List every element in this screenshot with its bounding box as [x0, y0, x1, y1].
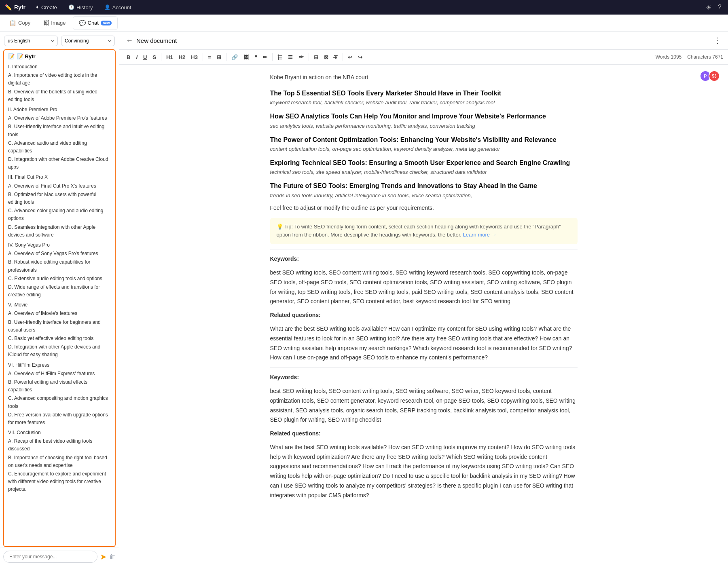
redo-button[interactable]: ↪ — [356, 53, 365, 62]
outline-item: B. Powerful editing and visual effects c… — [8, 378, 111, 394]
nav-logo[interactable]: ✏️ Rytr — [5, 4, 25, 11]
toolbar-divider-6 — [343, 53, 343, 61]
outline-item: B. Overview of the benefits of using vid… — [8, 88, 111, 104]
send-icon: ➤ — [100, 552, 107, 562]
outline-item: D. Integration with other Apple devices … — [8, 343, 111, 359]
editor-content: P 53 Kobe Bryant in action on the NBA co… — [270, 73, 578, 501]
related-text-1: What are the best SEO writing tools avai… — [270, 324, 578, 363]
outline-item: I. Introduction — [8, 63, 111, 71]
main-layout: us English Convincing Formal Casual Enth… — [0, 32, 728, 566]
tab-image[interactable]: 🖼 Image — [37, 16, 72, 30]
tab-copy[interactable]: 📋 Copy — [3, 16, 36, 30]
link-button[interactable]: 🔗 — [229, 53, 240, 62]
theme-toggle-button[interactable]: ☀ — [704, 2, 713, 13]
copy-tab-icon: 📋 — [9, 20, 16, 26]
chat-input[interactable] — [3, 551, 97, 563]
italic-button[interactable]: I — [133, 53, 140, 62]
tab-bar: 📋 Copy 🖼 Image 💬 Chat new — [0, 15, 728, 32]
outline-item: A. Importance of video editing tools in … — [8, 71, 111, 87]
keywords-label-1: Keywords: — [270, 254, 578, 264]
outline-item: B. Optimized for Mac users with powerful… — [8, 190, 111, 207]
outline-item: D. Wide range of effects and transitions… — [8, 283, 111, 299]
section-heading-3: The Power of Content Optimization Tools:… — [270, 135, 578, 144]
outline-item: D. Integration with other Adobe Creative… — [8, 155, 111, 171]
outline-item: B. Robust video editing capabilities for… — [8, 258, 111, 274]
toolbar-divider-5 — [309, 53, 309, 61]
send-button[interactable]: ➤ — [100, 552, 107, 562]
tip-text: 💡 Tip: To write SEO friendly long-form c… — [277, 224, 561, 238]
outline-item: B. Importance of choosing the right tool… — [8, 454, 111, 470]
keywords-label-2: Keywords: — [270, 373, 578, 382]
align-center-button[interactable]: ☰ — [286, 53, 295, 62]
help-button[interactable]: ? — [716, 2, 723, 13]
tab-image-label: Image — [51, 20, 66, 26]
section-subtext-1: keyword research tool, backlink checker,… — [270, 99, 578, 106]
outline-item: C. Extensive audio editing tools and opt… — [8, 275, 111, 283]
unordered-list-button[interactable]: ≡ — [205, 53, 214, 62]
section-heading-1: The Top 5 Essential SEO Tools Every Mark… — [270, 89, 578, 98]
nav-account[interactable]: 👤 Account — [99, 3, 136, 12]
section-heading-5: The Future of SEO Tools: Emerging Trends… — [270, 182, 578, 190]
logo-text: Rytr — [14, 4, 25, 11]
bold-button[interactable]: B — [124, 53, 133, 62]
tip-box: 💡 Tip: To write SEO friendly long-form c… — [270, 218, 578, 245]
table-button[interactable]: ⊟ — [311, 53, 321, 62]
h1-button[interactable]: H1 — [164, 53, 176, 62]
nav-account-label: Account — [112, 4, 131, 11]
outline-item: C. Basic yet effective video editing too… — [8, 334, 111, 343]
underline-button[interactable]: U — [141, 53, 149, 62]
align-right-button[interactable]: ⬲ — [296, 53, 306, 62]
section-subtext-4: technical seo tools, site speed analyzer… — [270, 169, 578, 175]
outline-item: D. Seamless integration with other Apple… — [8, 223, 111, 239]
char-count: Characters 7671 — [687, 54, 723, 60]
tab-chat[interactable]: 💬 Chat new — [73, 16, 118, 30]
image-insert-button[interactable]: 🖼 — [241, 53, 251, 62]
outline-item: A. Overview of Adobe Premiere Pro's feat… — [8, 114, 111, 122]
highlight-button[interactable]: ✏ — [260, 53, 270, 62]
document-menu-button[interactable]: ⋮ — [713, 36, 722, 45]
language-select[interactable]: us English — [4, 36, 58, 46]
delete-button[interactable]: 🗑 — [109, 553, 116, 560]
logo-icon: ✏️ — [5, 4, 12, 11]
outline-icon: 📝 — [8, 53, 15, 59]
h3-button[interactable]: H3 — [188, 53, 200, 62]
outline-item: II. Adobe Premiere Pro — [8, 106, 111, 114]
word-count: Words 1095 — [656, 54, 681, 60]
align-left-button[interactable]: ⬱ — [275, 52, 285, 62]
editor-toolbar: B I U S H1 H2 H3 ≡ ⊞ 🔗 🖼 ❝ ✏ ⬱ ☰ ⬲ ⊟ ⊠ T… — [119, 50, 728, 65]
tip-link[interactable]: Learn more → — [463, 232, 497, 238]
nav-history[interactable]: 🕐 History — [63, 3, 97, 12]
editor-area[interactable]: P 53 Kobe Bryant in action on the NBA co… — [119, 65, 728, 566]
back-button[interactable]: ← — [126, 36, 133, 45]
strikethrough-button[interactable]: S — [150, 53, 159, 62]
code-button[interactable]: ⊠ — [322, 53, 331, 62]
related-text-2: What are the best SEO writing tools avai… — [270, 443, 578, 501]
related-label-1: Related questions: — [270, 310, 578, 320]
outline-item: C. Advanced compositing and motion graph… — [8, 394, 111, 410]
outline-item: A. Overview of iMovie's features — [8, 309, 111, 318]
toolbar-divider-1 — [161, 53, 161, 61]
section-heading-4: Exploring Technical SEO Tools: Ensuring … — [270, 158, 578, 167]
undo-button[interactable]: ↩ — [345, 53, 355, 62]
clear-format-button[interactable]: T̶ — [332, 53, 340, 62]
quote-button[interactable]: ❝ — [252, 53, 260, 62]
section-subtext-2: seo analytics tools, website performance… — [270, 123, 578, 129]
tone-select[interactable]: Convincing Formal Casual Enthusiastic — [61, 36, 115, 46]
outline-item: A. Overview of Final Cut Pro X's feature… — [8, 182, 111, 190]
collab-avatars: P 53 — [702, 70, 720, 82]
tab-copy-label: Copy — [18, 20, 30, 26]
h2-button[interactable]: H2 — [176, 53, 188, 62]
history-icon: 🕐 — [68, 4, 74, 10]
outline-item: B. User-friendly interface for beginners… — [8, 318, 111, 334]
outline-title: 📝 Rytr — [17, 53, 36, 59]
ordered-list-button[interactable]: ⊞ — [214, 53, 224, 62]
outline-item: C. Advanced audio and video editing capa… — [8, 139, 111, 155]
nav-create[interactable]: ✦ Create — [30, 3, 62, 12]
outline-item: IV. Sony Vegas Pro — [8, 241, 111, 249]
chat-tab-badge: new — [101, 21, 112, 25]
section-subtext-5: trends in seo tools industry, artificial… — [270, 192, 578, 199]
related-label-2: Related questions: — [270, 429, 578, 439]
account-icon: 👤 — [104, 4, 110, 10]
toolbar-divider-2 — [203, 53, 203, 61]
nav-right-controls: ☀ ? — [704, 2, 723, 13]
